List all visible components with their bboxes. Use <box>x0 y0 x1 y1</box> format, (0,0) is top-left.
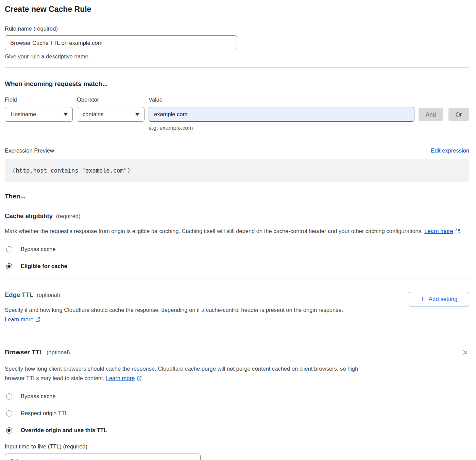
field-column: Field Hostname <box>5 96 73 122</box>
edit-expression-link[interactable]: Edit expression <box>431 147 469 154</box>
page-title: Create new Cache Rule <box>5 5 469 14</box>
edge-ttl-qualifier: (optional) <box>37 292 60 298</box>
rule-name-label: Rule name (required) <box>5 25 469 32</box>
edge-ttl-description-text: Specify if and how long Cloudflare shoul… <box>5 307 343 313</box>
cache-eligibility-radio-group: Bypass cache Eligible for cache <box>5 246 469 269</box>
learn-more-label: Learn more <box>424 228 453 234</box>
radio-label: Override origin and use this TTL <box>21 427 107 434</box>
external-link-icon <box>137 374 142 384</box>
add-setting-button[interactable]: + Add setting <box>409 292 469 306</box>
edge-ttl-content: Edge TTL (optional) Specify if and how l… <box>5 291 379 325</box>
browser-ttl-learn-more-link[interactable]: Learn more <box>106 375 142 381</box>
expression-preview-label: Expression Preview <box>5 147 54 154</box>
edge-ttl-heading-row: Edge TTL (optional) <box>5 291 379 299</box>
rule-name-group: Rule name (required) Give your rule a de… <box>5 25 469 60</box>
field-label: Field <box>5 96 73 103</box>
radio-label: Bypass cache <box>21 393 56 400</box>
radio-option-bypass-cache[interactable]: Bypass cache <box>5 393 56 400</box>
radio-option-respect-origin-ttl[interactable]: Respect origin TTL <box>5 410 68 417</box>
cache-eligibility-heading-row: Cache eligibility (required) <box>5 212 469 220</box>
create-cache-rule-form: Create new Cache Rule Rule name (require… <box>5 5 469 460</box>
edge-ttl-section: Edge TTL (optional) Specify if and how l… <box>5 291 469 325</box>
radio-button[interactable] <box>6 427 12 434</box>
radio-option-bypass-cache[interactable]: Bypass cache <box>5 246 56 252</box>
ttl-label: Input time-to-live (TTL) (required) <box>5 443 469 450</box>
browser-ttl-title: Browser TTL <box>5 349 43 356</box>
operator-select-value: contains <box>83 111 103 118</box>
value-hint: e.g. example.com <box>149 125 414 131</box>
rule-name-input[interactable] <box>5 35 237 50</box>
value-column: Value e.g. example.com <box>149 96 414 131</box>
chevron-down-icon <box>64 113 68 116</box>
and-button[interactable]: And <box>419 108 443 121</box>
value-input[interactable] <box>149 107 414 122</box>
ttl-select-value: 1 day <box>5 454 185 460</box>
browser-ttl-heading-row: Browser TTL (optional) <box>5 349 469 357</box>
radio-button[interactable] <box>6 246 12 252</box>
expression-header: Expression Preview Edit expression <box>5 147 469 154</box>
learn-more-label: Learn more <box>5 316 33 322</box>
browser-ttl-section: Browser TTL (optional) Specify how long … <box>5 349 469 460</box>
match-heading: When incoming requests match... <box>5 80 469 88</box>
radio-label: Eligible for cache <box>21 263 67 269</box>
radio-button[interactable] <box>6 263 12 269</box>
field-select[interactable]: Hostname <box>5 107 73 122</box>
section-divider <box>5 279 469 279</box>
browser-ttl-description-text: Specify how long client browsers should … <box>5 366 358 381</box>
radio-option-override-origin-ttl[interactable]: Override origin and use this TTL <box>5 427 107 434</box>
browser-ttl-qualifier: (optional) <box>47 349 70 356</box>
cache-eligibility-learn-more-link[interactable]: Learn more <box>424 228 460 234</box>
match-condition-row: Field Hostname Operator contains Value e… <box>5 96 469 131</box>
cache-eligibility-section: Cache eligibility (required) Mark whethe… <box>5 212 469 269</box>
conjunction-buttons: And Or <box>419 107 469 121</box>
external-link-icon <box>455 227 460 236</box>
cache-eligibility-description-text: Mark whether the request’s response from… <box>5 228 423 234</box>
browser-ttl-radio-group: Bypass cache Respect origin TTL Override… <box>5 393 469 434</box>
ttl-select[interactable]: 1 day <box>5 454 201 460</box>
radio-button[interactable] <box>6 393 12 400</box>
ttl-select-arrow-button[interactable] <box>185 454 200 460</box>
field-select-value: Hostname <box>11 111 36 118</box>
value-label: Value <box>149 96 414 103</box>
radio-label: Bypass cache <box>21 246 56 252</box>
chevron-down-icon <box>135 113 139 116</box>
radio-label: Respect origin TTL <box>21 410 68 417</box>
browser-ttl-description: Specify how long client browsers should … <box>5 364 379 384</box>
plus-icon: + <box>421 295 425 303</box>
or-button[interactable]: Or <box>448 108 469 121</box>
external-link-icon <box>35 315 40 325</box>
operator-label: Operator <box>77 96 144 103</box>
edge-ttl-title: Edge TTL <box>5 291 33 299</box>
cache-eligibility-title: Cache eligibility <box>5 212 53 220</box>
close-icon[interactable] <box>461 349 469 357</box>
edge-ttl-description: Specify if and how long Cloudflare shoul… <box>5 305 379 325</box>
ttl-input-group: Input time-to-live (TTL) (required) 1 da… <box>5 443 469 460</box>
section-divider <box>5 336 469 336</box>
rule-name-hint: Give your rule a descriptive name. <box>5 53 469 60</box>
radio-option-eligible-for-cache[interactable]: Eligible for cache <box>5 263 67 269</box>
cache-eligibility-description: Mark whether the request’s response from… <box>5 226 469 236</box>
edge-ttl-learn-more-link[interactable]: Learn more <box>5 316 40 322</box>
learn-more-label: Learn more <box>106 375 135 381</box>
section-divider <box>5 67 469 68</box>
radio-button[interactable] <box>6 410 12 417</box>
expression-code-block: (http.host contains "example.com") <box>5 159 469 182</box>
operator-column: Operator contains <box>77 96 144 122</box>
add-setting-label: Add setting <box>428 296 457 303</box>
then-heading: Then... <box>5 193 469 200</box>
operator-select[interactable]: contains <box>77 107 144 122</box>
cache-eligibility-qualifier: (required) <box>56 213 81 219</box>
